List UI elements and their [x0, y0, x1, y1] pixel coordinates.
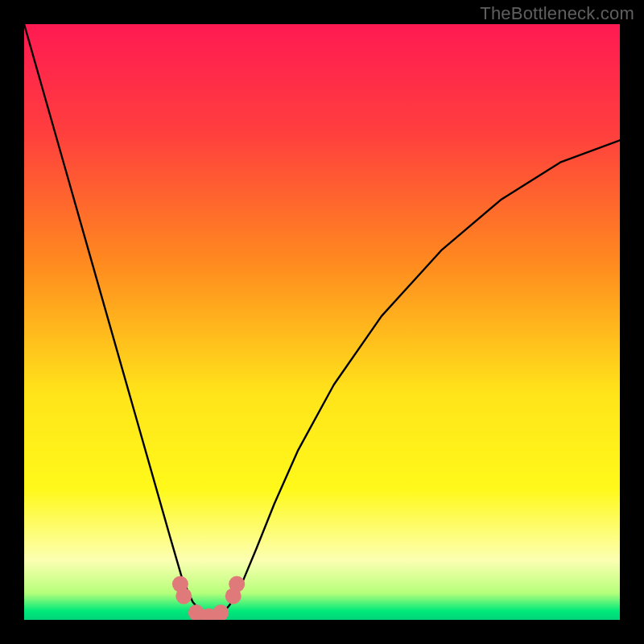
bottleneck-curve	[24, 24, 620, 618]
chart-frame: TheBottleneck.com	[0, 0, 644, 644]
marker-dot	[213, 605, 229, 620]
marker-dots	[172, 576, 245, 620]
watermark-text: TheBottleneck.com	[480, 3, 634, 24]
curve-layer	[24, 24, 620, 620]
plot-area	[24, 24, 620, 620]
marker-dot	[229, 576, 245, 592]
marker-dot	[175, 588, 192, 604]
